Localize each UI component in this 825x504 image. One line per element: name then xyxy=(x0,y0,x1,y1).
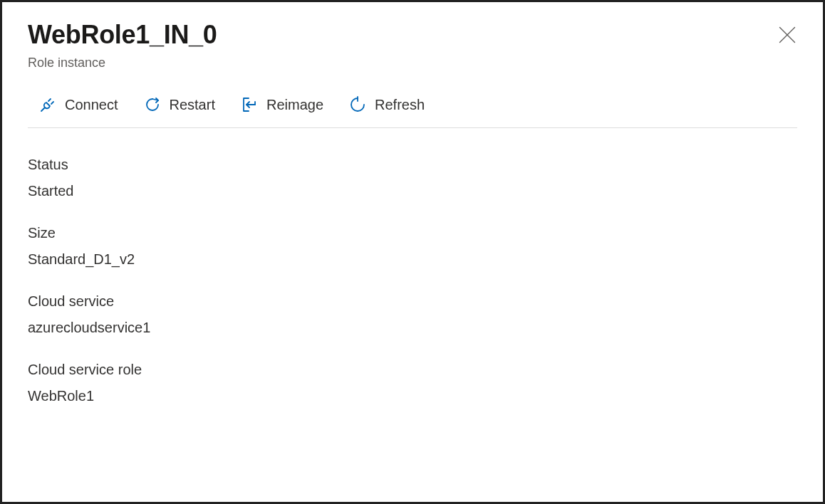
refresh-icon xyxy=(349,96,366,113)
size-label: Size xyxy=(28,225,797,241)
reimage-icon xyxy=(241,96,258,113)
title-block: WebRole1_IN_0 Role instance xyxy=(28,19,217,70)
details: Status Started Size Standard_D1_v2 Cloud… xyxy=(28,157,797,404)
connect-icon xyxy=(39,96,56,113)
toolbar: Connect Restart Reimage xyxy=(28,96,797,128)
connect-button[interactable]: Connect xyxy=(39,96,118,113)
close-icon xyxy=(777,35,797,47)
header: WebRole1_IN_0 Role instance xyxy=(28,19,797,70)
field-status: Status Started xyxy=(28,157,797,199)
svg-line-3 xyxy=(51,102,53,104)
cloud-service-label: Cloud service xyxy=(28,293,797,310)
refresh-label: Refresh xyxy=(375,97,425,113)
close-button[interactable] xyxy=(777,25,797,45)
refresh-button[interactable]: Refresh xyxy=(349,96,425,113)
field-size: Size Standard_D1_v2 xyxy=(28,225,797,268)
restart-icon xyxy=(144,96,161,113)
status-value: Started xyxy=(28,183,797,199)
field-cloud-service: Cloud service azurecloudservice1 xyxy=(28,293,797,336)
page-title: WebRole1_IN_0 xyxy=(28,19,217,50)
restart-label: Restart xyxy=(170,97,215,113)
reimage-button[interactable]: Reimage xyxy=(241,96,323,113)
status-label: Status xyxy=(28,157,797,173)
svg-line-2 xyxy=(48,99,51,101)
field-cloud-service-role: Cloud service role WebRole1 xyxy=(28,362,797,404)
reimage-label: Reimage xyxy=(266,97,323,113)
size-value: Standard_D1_v2 xyxy=(28,251,797,268)
cloud-service-role-label: Cloud service role xyxy=(28,362,797,378)
page-subtitle: Role instance xyxy=(28,56,217,70)
restart-button[interactable]: Restart xyxy=(144,96,215,113)
connect-label: Connect xyxy=(65,97,118,113)
cloud-service-role-value: WebRole1 xyxy=(28,388,797,404)
cloud-service-value: azurecloudservice1 xyxy=(28,320,797,336)
